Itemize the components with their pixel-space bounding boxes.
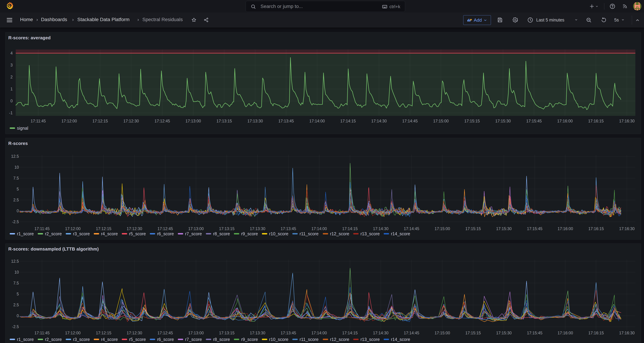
svg-text:17:14:00: 17:14:00 [311,226,327,231]
svg-text:17:12:00: 17:12:00 [65,331,80,335]
svg-text:17:12:30: 17:12:30 [126,331,142,335]
svg-text:17:11:45: 17:11:45 [34,331,50,335]
svg-text:17:14:30: 17:14:30 [373,226,388,231]
svg-text:r7_score: r7_score [185,231,202,236]
svg-text:0: 0 [16,209,19,213]
svg-text:r5_score: r5_score [129,231,146,236]
svg-text:17:13:30: 17:13:30 [250,226,265,231]
svg-text:r12_score: r12_score [330,337,349,342]
svg-text:17:13:00: 17:13:00 [188,331,204,335]
svg-text:r9_score: r9_score [241,337,258,342]
svg-text:r1_score: r1_score [17,337,34,342]
svg-text:r4_score: r4_score [101,231,118,236]
svg-text:17:15:45: 17:15:45 [526,119,542,123]
svg-text:r10_score: r10_score [269,337,288,342]
svg-text:17:15:15: 17:15:15 [465,226,481,231]
svg-text:r6_score: r6_score [157,337,174,342]
svg-text:17:16:00: 17:16:00 [557,119,573,123]
svg-text:12.5: 12.5 [11,154,19,159]
svg-text:17:14:45: 17:14:45 [404,226,419,231]
svg-text:7.5: 7.5 [13,281,19,285]
svg-text:17:16:15: 17:16:15 [588,331,604,335]
svg-text:17:15:30: 17:15:30 [496,226,512,231]
svg-text:17:15:30: 17:15:30 [495,119,511,123]
svg-text:r7_score: r7_score [185,337,202,342]
svg-text:2: 2 [10,75,13,79]
svg-text:17:14:30: 17:14:30 [373,331,388,335]
svg-text:17:14:15: 17:14:15 [342,331,358,335]
svg-text:17:13:30: 17:13:30 [247,119,263,123]
svg-text:3: 3 [10,63,13,67]
svg-text:17:12:15: 17:12:15 [96,331,112,335]
svg-text:17:12:15: 17:12:15 [96,226,112,231]
svg-text:r10_score: r10_score [269,231,288,236]
svg-text:17:13:15: 17:13:15 [219,226,234,231]
svg-text:r13_score: r13_score [360,231,380,236]
svg-text:r14_score: r14_score [391,231,410,236]
svg-text:17:14:15: 17:14:15 [342,226,358,231]
svg-text:17:12:45: 17:12:45 [158,226,173,231]
svg-text:17:13:45: 17:13:45 [278,119,294,123]
svg-text:r2_score: r2_score [45,337,62,342]
svg-text:0: 0 [16,313,19,318]
svg-text:r2_score: r2_score [45,231,62,236]
svg-text:7.5: 7.5 [13,176,19,180]
svg-text:10: 10 [14,270,19,274]
svg-text:17:14:45: 17:14:45 [404,331,419,335]
svg-text:r8_score: r8_score [213,337,230,342]
svg-text:r3_score: r3_score [73,231,90,236]
svg-text:r12_score: r12_score [330,231,349,236]
svg-text:17:16:30: 17:16:30 [619,226,635,231]
svg-text:17:15:45: 17:15:45 [527,226,542,231]
svg-text:17:13:00: 17:13:00 [188,226,204,231]
svg-text:r4_score: r4_score [101,337,118,342]
svg-text:17:12:00: 17:12:00 [65,226,80,231]
svg-text:r8_score: r8_score [213,231,230,236]
svg-text:17:15:30: 17:15:30 [496,331,512,335]
svg-text:17:13:30: 17:13:30 [250,331,265,335]
svg-text:17:13:00: 17:13:00 [186,119,201,123]
svg-text:r1_score: r1_score [17,231,34,236]
svg-text:17:16:30: 17:16:30 [619,331,635,335]
svg-text:17:12:45: 17:12:45 [158,331,173,335]
svg-text:4: 4 [10,51,13,55]
svg-text:17:16:00: 17:16:00 [558,331,573,335]
svg-text:signal: signal [17,126,28,131]
svg-text:17:14:30: 17:14:30 [371,119,387,123]
svg-text:r9_score: r9_score [241,231,258,236]
svg-text:17:15:00: 17:15:00 [434,226,450,231]
svg-text:5: 5 [16,292,19,296]
svg-text:17:11:45: 17:11:45 [34,226,50,231]
svg-text:17:13:45: 17:13:45 [280,331,296,335]
svg-text:17:16:15: 17:16:15 [588,119,604,123]
svg-text:17:15:15: 17:15:15 [465,331,481,335]
svg-text:-2.5: -2.5 [12,220,19,224]
svg-text:r11_score: r11_score [300,337,318,342]
svg-text:17:11:45: 17:11:45 [30,119,46,123]
svg-text:17:12:30: 17:12:30 [123,119,139,123]
svg-text:17:15:15: 17:15:15 [464,119,480,123]
svg-text:17:15:45: 17:15:45 [527,331,542,335]
svg-text:17:12:00: 17:12:00 [62,119,77,123]
svg-text:r5_score: r5_score [129,337,146,342]
svg-text:17:15:00: 17:15:00 [433,119,449,123]
svg-text:r11_score: r11_score [300,231,318,236]
svg-text:-2.5: -2.5 [12,324,19,329]
svg-text:-1: -1 [9,111,13,115]
svg-text:17:12:30: 17:12:30 [126,226,142,231]
svg-text:17:13:15: 17:13:15 [216,119,232,123]
svg-text:17:14:15: 17:14:15 [340,119,356,123]
svg-text:17:16:00: 17:16:00 [558,226,573,231]
svg-text:r14_score: r14_score [391,337,410,342]
svg-text:17:15:00: 17:15:00 [434,331,450,335]
svg-text:1: 1 [10,87,13,91]
svg-text:2.5: 2.5 [13,198,19,202]
svg-text:12.5: 12.5 [11,259,19,263]
svg-text:17:14:45: 17:14:45 [402,119,418,123]
svg-text:2.5: 2.5 [13,303,19,307]
svg-text:17:16:30: 17:16:30 [619,119,635,123]
svg-text:17:13:15: 17:13:15 [219,331,234,335]
svg-text:17:12:45: 17:12:45 [154,119,170,123]
svg-text:17:16:15: 17:16:15 [588,226,604,231]
svg-text:10: 10 [14,165,19,170]
